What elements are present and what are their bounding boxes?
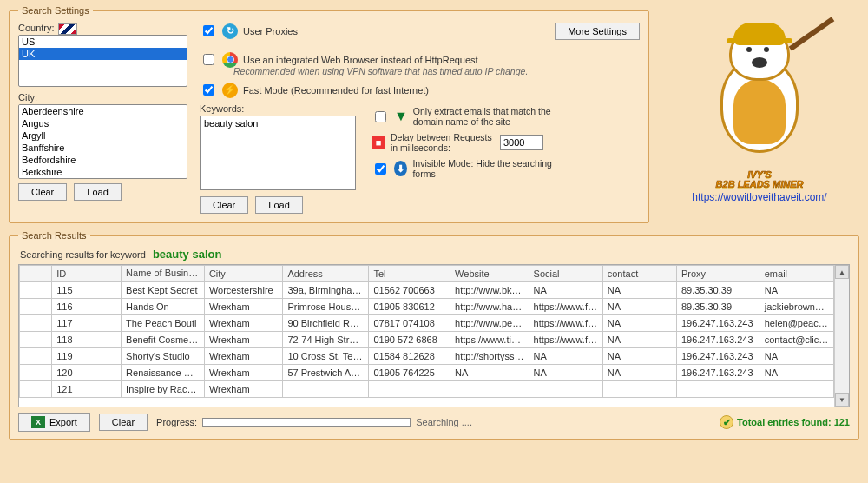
invisible-mode-checkbox[interactable]: [375, 163, 386, 175]
keywords-input[interactable]: [200, 116, 356, 190]
export-button[interactable]: X Export: [18, 413, 90, 432]
row-selector-cell[interactable]: [20, 365, 52, 381]
cell[interactable]: NA: [760, 348, 833, 365]
cell[interactable]: Worcestershire: [204, 282, 282, 299]
grid-scrollbar[interactable]: ▲ ▼: [834, 265, 849, 407]
cell[interactable]: Hands On: [122, 299, 205, 315]
col-id[interactable]: ID: [52, 266, 122, 282]
only-extract-checkbox[interactable]: [375, 111, 386, 122]
col-social[interactable]: Social: [529, 266, 602, 282]
cell[interactable]: 196.247.163.243: [676, 365, 760, 381]
cell[interactable]: 89.35.30.39: [676, 299, 760, 315]
cell[interactable]: Benefit Cosmetics: [122, 332, 205, 348]
cell[interactable]: NA: [529, 365, 602, 381]
cell[interactable]: [676, 381, 760, 398]
user-proxies-checkbox[interactable]: [203, 25, 214, 36]
col-proxy[interactable]: Proxy: [676, 266, 760, 282]
cell[interactable]: https://www.fac...: [529, 299, 602, 315]
cell[interactable]: 01905 764225: [369, 365, 450, 381]
cell[interactable]: Wrexham: [204, 365, 282, 381]
cell[interactable]: NA: [529, 348, 602, 365]
cell[interactable]: 121: [52, 381, 122, 398]
cell[interactable]: 01584 812628: [369, 348, 450, 365]
keywords-load-button[interactable]: Load: [255, 196, 302, 214]
cell[interactable]: [450, 381, 529, 398]
integrated-browser-checkbox[interactable]: [203, 54, 214, 65]
results-clear-button[interactable]: Clear: [99, 414, 148, 431]
cell[interactable]: 196.247.163.243: [676, 348, 760, 365]
cell[interactable]: 196.247.163.243: [676, 315, 760, 332]
cell[interactable]: Wrexham: [204, 348, 282, 365]
cell[interactable]: 57 Prestwich Ave...: [283, 365, 369, 381]
cell[interactable]: 72-74 High Street...: [283, 332, 369, 348]
results-grid[interactable]: ID Name of Business City Address Tel Web…: [18, 264, 850, 407]
city-load-button[interactable]: Load: [74, 183, 121, 201]
city-listbox[interactable]: AberdeenshireAngusArgyllBanffshireBedfor…: [18, 104, 187, 179]
table-row[interactable]: 115Best Kept SecretWorcestershire39a, Bi…: [20, 282, 834, 299]
row-selector-cell[interactable]: [20, 332, 52, 348]
cell[interactable]: Wrexham: [204, 315, 282, 332]
cell[interactable]: http://shortysstu...: [450, 348, 529, 365]
cell[interactable]: http://www.peac...: [450, 315, 529, 332]
cell[interactable]: [283, 381, 369, 398]
cell[interactable]: jackiebrownhand...: [760, 299, 833, 315]
cell[interactable]: helen@peach-bo...: [760, 315, 833, 332]
cell[interactable]: https://www.fac...: [529, 332, 602, 348]
table-row[interactable]: 120Renaissance HairWrexham57 Prestwich A…: [20, 365, 834, 381]
cell[interactable]: 0190 572 6868: [369, 332, 450, 348]
cell[interactable]: 89.35.30.39: [676, 282, 760, 299]
cell[interactable]: 116: [52, 299, 122, 315]
scroll-up-icon[interactable]: ▲: [835, 265, 849, 279]
cell[interactable]: 115: [52, 282, 122, 299]
cell[interactable]: NA: [602, 348, 676, 365]
cell[interactable]: 39a, Birmingham ...: [283, 282, 369, 299]
col-city[interactable]: City: [204, 266, 282, 282]
cell[interactable]: NA: [450, 365, 529, 381]
scroll-down-icon[interactable]: ▼: [835, 393, 849, 407]
cell[interactable]: http://www.hand...: [450, 299, 529, 315]
table-row[interactable]: 119Shorty's StudioWrexham10 Cross St, Te…: [20, 348, 834, 365]
keywords-clear-button[interactable]: Clear: [200, 196, 248, 214]
cell[interactable]: NA: [602, 365, 676, 381]
fast-mode-checkbox[interactable]: [203, 84, 214, 96]
cell[interactable]: Wrexham: [204, 332, 282, 348]
table-row[interactable]: 118Benefit CosmeticsWrexham72-74 High St…: [20, 332, 834, 348]
brand-url-link[interactable]: https://wowitloveithaveit.com/: [692, 191, 826, 203]
cell[interactable]: 120: [52, 365, 122, 381]
col-contact[interactable]: contact: [602, 266, 676, 282]
col-address[interactable]: Address: [283, 266, 369, 282]
cell[interactable]: Renaissance Hair: [122, 365, 205, 381]
cell[interactable]: 01562 700663: [369, 282, 450, 299]
cell[interactable]: 07817 074108: [369, 315, 450, 332]
cell[interactable]: https://www.face...: [529, 315, 602, 332]
row-selector-cell[interactable]: [20, 348, 52, 365]
cell[interactable]: NA: [602, 332, 676, 348]
cell[interactable]: 118: [52, 332, 122, 348]
cell[interactable]: 117: [52, 315, 122, 332]
row-selector-cell[interactable]: [20, 282, 52, 299]
more-settings-button[interactable]: More Settings: [555, 23, 640, 40]
cell[interactable]: https://www.time...: [450, 332, 529, 348]
cell[interactable]: NA: [760, 282, 833, 299]
country-listbox[interactable]: USUK: [18, 35, 187, 87]
cell[interactable]: NA: [602, 315, 676, 332]
cell[interactable]: [529, 381, 602, 398]
table-row[interactable]: 116Hands OnWrexhamPrimrose House J...019…: [20, 299, 834, 315]
cell[interactable]: 01905 830612: [369, 299, 450, 315]
table-row[interactable]: 121Inspire by RachelWrexham: [20, 381, 834, 398]
cell[interactable]: NA: [602, 299, 676, 315]
col-email[interactable]: email: [760, 266, 833, 282]
table-row[interactable]: 117The Peach BoutiWrexham90 Birchfield R…: [20, 315, 834, 332]
cell[interactable]: The Peach Bouti: [122, 315, 205, 332]
row-selector-cell[interactable]: [20, 315, 52, 332]
cell[interactable]: 119: [52, 348, 122, 365]
cell[interactable]: Wrexham: [204, 299, 282, 315]
cell[interactable]: Best Kept Secret: [122, 282, 205, 299]
cell[interactable]: NA: [760, 365, 833, 381]
row-selector-cell[interactable]: [20, 299, 52, 315]
cell[interactable]: [760, 381, 833, 398]
cell[interactable]: Shorty's Studio: [122, 348, 205, 365]
cell[interactable]: http://www.bksbl...: [450, 282, 529, 299]
cell[interactable]: 90 Birchfield Rd, ...: [283, 315, 369, 332]
cell[interactable]: Wrexham: [204, 381, 282, 398]
